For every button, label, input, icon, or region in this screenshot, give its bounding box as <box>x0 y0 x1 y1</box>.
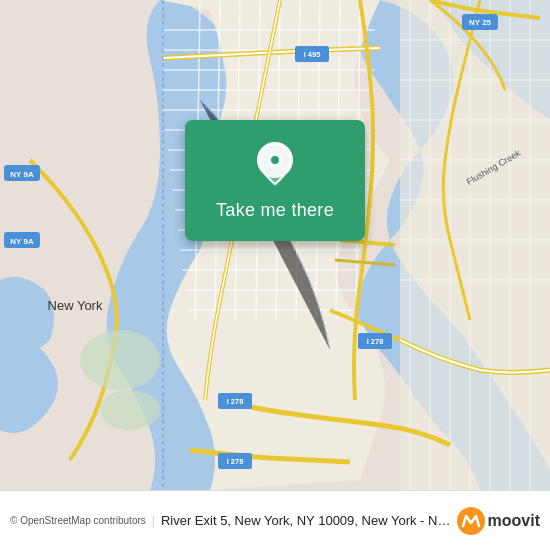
svg-text:I 278: I 278 <box>227 397 244 406</box>
svg-text:NY 25: NY 25 <box>469 18 492 27</box>
svg-text:NY 9A: NY 9A <box>10 237 34 246</box>
moovit-logo: moovit <box>457 507 540 535</box>
address-text: River Exit 5, New York, NY 10009, New Yo… <box>161 513 451 528</box>
svg-text:I 495: I 495 <box>304 50 321 59</box>
svg-text:NY 9A: NY 9A <box>10 170 34 179</box>
svg-text:New York: New York <box>48 298 103 313</box>
svg-rect-25 <box>400 0 550 490</box>
svg-text:I 278: I 278 <box>367 337 384 346</box>
moovit-brand-text: moovit <box>488 512 540 530</box>
moovit-icon <box>457 507 485 535</box>
map-view: NY 25 NY 9A NY 9A I 495 I 278 I 278 I 27… <box>0 0 550 490</box>
pin-icon <box>255 140 295 188</box>
svg-point-64 <box>271 156 279 164</box>
location-card: Take me there <box>185 120 365 241</box>
svg-text:I 278: I 278 <box>227 457 244 466</box>
svg-point-60 <box>80 330 160 390</box>
info-bar: © OpenStreetMap contributors | River Exi… <box>0 490 550 550</box>
svg-point-61 <box>100 390 160 430</box>
take-me-there-button[interactable]: Take me there <box>216 200 334 221</box>
osm-attribution: © OpenStreetMap contributors <box>10 515 146 526</box>
